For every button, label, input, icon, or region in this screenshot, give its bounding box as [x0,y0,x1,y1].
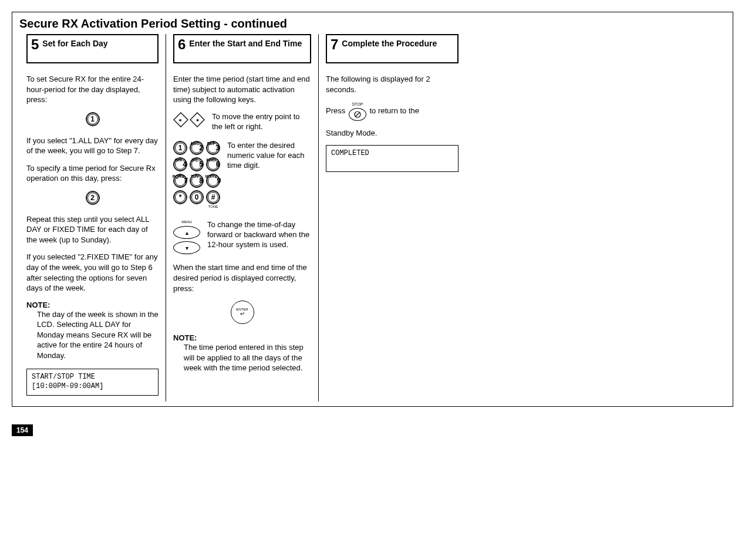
step-6-note: NOTE: The time period entered in this st… [173,333,311,373]
key-star: * [173,190,187,204]
page-frame: Secure RX Activation Period Setting - co… [12,12,733,407]
keypad: 1 ABC2 DEF3 GHI4 JKL5 MNO6 PQRS7 TUV8 WX… [173,141,220,211]
svg-text:◂: ◂ [178,117,181,123]
step-5-title: Set for Each Day [42,38,107,49]
left-arrow-icon: ◂ [173,112,188,127]
key-9: WXYZ9 [206,174,220,188]
up-arrow-icon: ▴ [173,226,200,239]
step-7-lcd: COMPLETED [326,145,459,172]
step-5-para-1: To set Secure RX for the entire 24-hour-… [26,74,159,105]
updown-text: To change the time-of-day forward or bac… [207,220,311,250]
note-body: The day of the week is shown in the LCD.… [26,309,159,361]
step-6-header: 6 Enter the Start and End Time [173,34,311,63]
enter-key-wrap: ENTER ↵ [173,301,311,324]
key-2: ABC2 [190,141,204,155]
key-hash: # [206,190,220,204]
down-arrow-icon: ▾ [173,241,200,254]
step-5-lcd: START/STOP TIME [10:00PM-09:00AM] [26,369,159,395]
step-6-para-1: Enter the time period (start time and en… [173,74,311,105]
step-5-para-4: Repeat this step until you select ALL DA… [26,214,159,245]
step-5-header: 5 Set for Each Day [26,34,159,63]
key-8: TUV8 [190,174,204,188]
step-5-para-3: To specify a time period for Secure Rx o… [26,163,159,184]
step-5-key-1-wrap: 1 [26,112,159,126]
column-step-5: 5 Set for Each Day To set Secure RX for … [19,34,166,402]
step-6-para-2: When the start time and end time of the … [173,262,311,294]
step-5-para-2: If you select "1.ALL DAY" for every day … [26,136,159,156]
enter-key-icon: ENTER ↵ [231,301,254,324]
page-number: 154 [12,424,33,436]
svg-text:▸: ▸ [197,117,200,123]
section-heading: Secure RX Activation Period Setting - co… [19,17,726,31]
columns: 5 Set for Each Day To set Secure RX for … [19,34,726,402]
keypad-text: To enter the desired numeric value for e… [227,141,311,171]
svg-line-5 [356,113,359,116]
key-3: DEF3 [206,141,220,155]
stop-label: STOP [352,102,363,107]
key-0: 0 [190,190,204,204]
right-arrow-icon: ▸ [190,112,205,127]
note-label: NOTE: [26,301,50,309]
key-1: 1 [173,141,187,155]
step-7-header: 7 Complete the Procedure [326,34,459,63]
tone-label: TONE [208,205,218,208]
note-body-6: The time period entered in this step wil… [173,342,311,373]
updown-keys: MENU ▴ ▾ [173,220,200,254]
step-6-number: 6 [178,38,186,52]
step-7-para-3: Standby Mode. [326,128,459,139]
arrow-pair: ◂ ▸ [173,112,205,127]
step-5-number: 5 [31,38,39,52]
column-step-6: 6 Enter the Start and End Time Enter the… [166,34,319,402]
updown-block: MENU ▴ ▾ To change the time-of-day forwa… [173,220,311,254]
step-7-press-line: Press STOP to return to the [326,102,459,120]
stop-key-icon [349,108,366,121]
key-4: GHI4 [173,157,187,171]
step-7-para-1: The following is displayed for 2 seconds… [326,74,459,95]
step-7-title: Complete the Procedure [342,38,437,49]
stop-key-wrap: STOP [349,102,366,120]
column-step-7: 7 Complete the Procedure The following i… [319,34,466,402]
step-7-number: 7 [331,38,338,52]
key-2-icon: 2 [86,191,100,205]
arrow-keys-block: ◂ ▸ To move the entry point to the left … [173,112,311,132]
key-7: PQRS7 [173,174,187,188]
menu-label: MENU [181,220,192,224]
note-label-6: NOTE: [173,333,197,342]
step-5-para-5: If you selected "2.FIXED TIME" for any d… [26,252,159,293]
step-5-key-2-wrap: 2 [26,191,159,205]
key-1-icon: 1 [86,112,100,126]
arrow-text: To move the entry point to the left or r… [212,112,311,132]
key-5: JKL5 [190,157,204,171]
step-5-note: NOTE: The day of the week is shown in th… [26,301,159,361]
key-6: MNO6 [206,157,220,171]
keypad-block: 1 ABC2 DEF3 GHI4 JKL5 MNO6 PQRS7 TUV8 WX… [173,141,311,211]
step-6-title: Enter the Start and End Time [189,38,302,49]
